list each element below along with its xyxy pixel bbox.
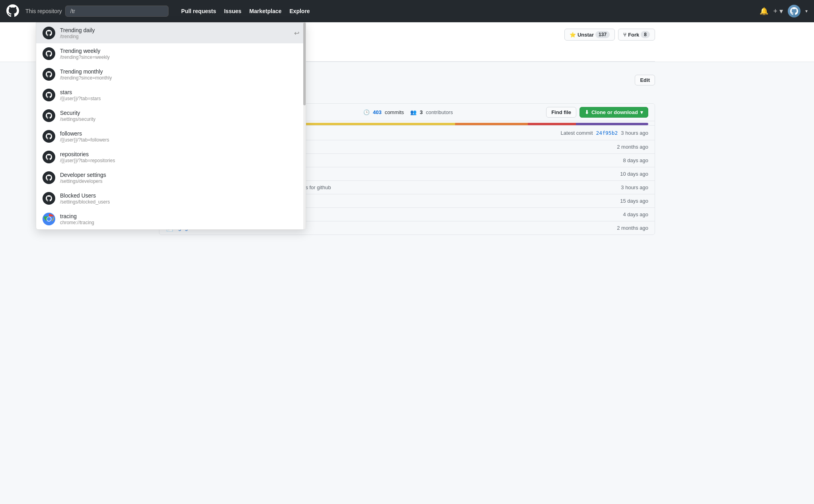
dropdown-item-subtitle: /{{user}}/?tab=followers: [60, 137, 299, 143]
fork-button[interactable]: ⑂ Fork 8: [618, 29, 655, 41]
file-time-eslintrc: 4 days ago: [623, 211, 648, 217]
dropdown-item-title: Developer settings: [60, 172, 299, 178]
github-icon-developer-settings: [43, 171, 55, 184]
github-icon-trending-weekly: [43, 47, 55, 60]
clone-caret-icon: ▾: [640, 109, 643, 115]
lang-css: [528, 123, 576, 125]
dropdown-item-subtitle: /settings/developers: [60, 178, 299, 184]
contributors-section: 👥 3 contributors: [410, 109, 453, 115]
commit-meta-right: Latest commit 24f95b2 3 hours ago: [561, 130, 648, 136]
github-icon-repositories: [43, 151, 55, 163]
github-icon-security: [43, 109, 55, 122]
find-file-button[interactable]: Find file: [546, 107, 576, 118]
navbar-links: Pull requests Issues Marketplace Explore: [181, 8, 310, 14]
github-logo[interactable]: [6, 4, 19, 18]
commits-count[interactable]: 403: [373, 109, 382, 115]
dropdown-item-subtitle: /trending?since=weekly: [60, 54, 299, 60]
github-icon-followers: [43, 130, 55, 143]
dropdown-item-subtitle: /settings/blocked_users: [60, 199, 299, 205]
create-button[interactable]: + ▾: [773, 7, 783, 16]
chrome-icon-tracing: [43, 213, 55, 225]
navbar: This repository Pull requests Issues Mar…: [0, 0, 814, 22]
dropdown-item-title: tracing: [60, 213, 299, 219]
search-dropdown: Trending daily /trending ↩ Trending week…: [36, 22, 306, 230]
star-count: 137: [595, 31, 610, 38]
github-icon-trending-daily: [43, 27, 55, 39]
find-file-label: Find file: [551, 109, 571, 115]
unstar-label: Unstar: [578, 32, 594, 38]
file-browser-right: Find file ⬇ Clone or download ▾: [546, 107, 648, 118]
navbar-search-area: This repository: [25, 6, 169, 17]
scrollbar-track[interactable]: [303, 23, 306, 229]
github-icon-trending-monthly: [43, 68, 55, 81]
dropdown-item-title: Trending weekly: [60, 48, 299, 54]
contributors-icon: 👥: [410, 109, 417, 115]
download-icon: ⬇: [585, 109, 589, 115]
commit-info: 🕒 403 commits: [363, 109, 404, 115]
dropdown-item-title: followers: [60, 130, 299, 137]
navbar-right: 🔔 + ▾ ▾: [760, 5, 808, 17]
lang-html: [455, 123, 527, 125]
dropdown-item-title: Security: [60, 110, 299, 116]
unstar-button[interactable]: ⭐ Unstar 137: [564, 29, 615, 41]
navbar-marketplace[interactable]: Marketplace: [249, 8, 281, 14]
latest-commit-label: Latest commit: [561, 130, 593, 136]
github-icon-blocked-users: [43, 192, 55, 205]
svg-point-3: [47, 217, 51, 221]
navbar-pull-requests[interactable]: Pull requests: [181, 8, 216, 14]
navbar-explore[interactable]: Explore: [289, 8, 310, 14]
dropdown-item-trending-monthly[interactable]: Trending monthly /trending?since=monthly: [36, 64, 306, 85]
navbar-issues[interactable]: Issues: [224, 8, 242, 14]
dropdown-item-subtitle: /{{user}}/?tab=stars: [60, 96, 299, 101]
dropdown-item-stars[interactable]: stars /{{user}}/?tab=stars: [36, 85, 306, 105]
navbar-search-input[interactable]: [65, 6, 169, 17]
fork-count: 8: [641, 31, 650, 38]
dropdown-item-followers[interactable]: followers /{{user}}/?tab=followers: [36, 126, 306, 147]
dropdown-item-trending-daily[interactable]: Trending daily /trending ↩: [36, 23, 306, 43]
file-message-eslintrc: update eslintrc: [267, 211, 620, 217]
lang-other: [576, 123, 648, 125]
file-time-build: 2 months ago: [617, 144, 648, 150]
dropdown-item-subtitle: chrome://tracing: [60, 220, 299, 225]
dropdown-item-title: Trending monthly: [60, 68, 299, 75]
github-icon-stars: [43, 89, 55, 101]
contributors-count: 3: [420, 109, 423, 115]
dropdown-item-title: repositories: [60, 151, 299, 157]
commit-time: 3 hours ago: [621, 130, 648, 136]
dropdown-item-developer-settings[interactable]: Developer settings /settings/developers: [36, 167, 306, 188]
commit-sha[interactable]: 24f95b2: [596, 130, 618, 136]
file-time-gitignore: 2 months ago: [617, 225, 648, 231]
file-browser-center: 🕒 403 commits 👥 3 contributors: [363, 109, 453, 115]
edit-button[interactable]: Edit: [635, 75, 655, 85]
clone-download-button[interactable]: ⬇ Clone or download ▾: [579, 107, 648, 118]
clone-download-label: Clone or download: [591, 109, 638, 115]
contributors-label: contributors: [426, 109, 453, 115]
edit-label: Edit: [640, 77, 650, 83]
dropdown-item-subtitle: /trending?since=monthly: [60, 75, 299, 81]
commits-label: commits: [385, 109, 404, 115]
dropdown-item-title: Trending daily: [60, 27, 289, 33]
dropdown-item-repositories[interactable]: repositories /{{user}}/?tab=repositories: [36, 147, 306, 167]
dropdown-item-tracing[interactable]: tracing chrome://tracing: [36, 209, 306, 229]
commits-icon: 🕒: [363, 109, 370, 115]
dropdown-item-security[interactable]: Security /settings/security: [36, 105, 306, 126]
fork-label: Fork: [628, 32, 639, 38]
fork-icon: ⑂: [623, 32, 626, 38]
scrollbar-thumb[interactable]: [303, 23, 306, 105]
file-message-extension: add trending links for github: [267, 184, 618, 190]
file-time-docs: 10 days ago: [620, 171, 648, 177]
file-time-config: 8 days ago: [623, 157, 648, 163]
file-message-eslintignore: update eslint: [267, 198, 617, 204]
enter-icon: ↩: [294, 29, 299, 37]
dropdown-item-subtitle: /trending: [60, 34, 289, 39]
notification-button[interactable]: 🔔: [760, 7, 768, 16]
file-time-eslintignore: 15 days ago: [620, 198, 648, 204]
user-avatar[interactable]: [788, 5, 800, 17]
file-time-extension: 3 hours ago: [621, 184, 648, 190]
dropdown-item-trending-weekly[interactable]: Trending weekly /trending?since=weekly: [36, 43, 306, 64]
file-message-gitignore: add build.sh: [267, 225, 614, 231]
dropdown-item-title: Blocked Users: [60, 192, 299, 199]
avatar-caret[interactable]: ▾: [805, 8, 808, 14]
dropdown-item-blocked-users[interactable]: Blocked Users /settings/blocked_users: [36, 188, 306, 209]
dropdown-item-subtitle: /{{user}}/?tab=repositories: [60, 158, 299, 163]
